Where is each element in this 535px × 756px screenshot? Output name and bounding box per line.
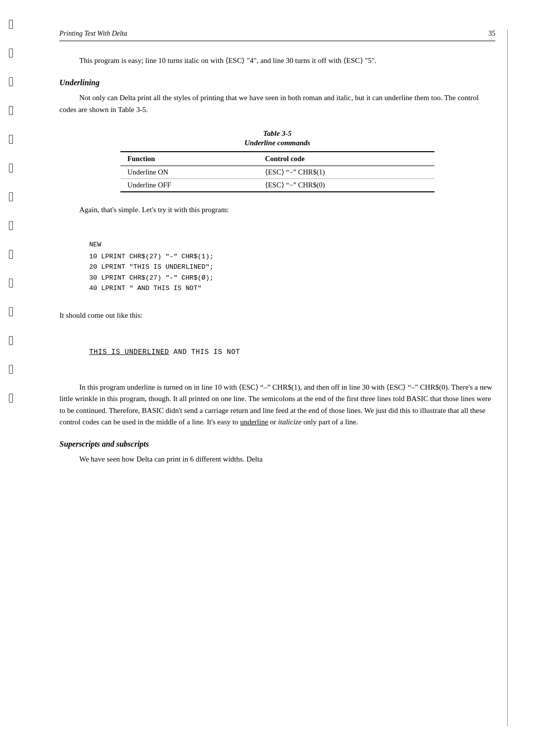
binding-mark: [9, 164, 13, 173]
binding-mark: [9, 307, 13, 316]
underline-demo: THIS IS UNDERLINED AND THIS IS NOT: [89, 348, 495, 356]
underline-commands-table: Function Control code Underline ON ⟨ESC⟩…: [120, 151, 434, 192]
binding-mark: [9, 250, 13, 259]
code-block: NEW 10 LPRINT CHR$(27) "-" CHR$(1); 20 L…: [89, 239, 495, 294]
table-title: Table 3-5: [59, 129, 495, 138]
header-page-number: 35: [488, 30, 495, 38]
spacer: [59, 368, 495, 375]
spacer: [59, 375, 495, 382]
table-subtitle: Underline commands: [59, 139, 495, 147]
intro-paragraph: This program is easy; line 10 turns ital…: [59, 55, 495, 66]
table-row: Underline OFF ⟨ESC⟩ “−” CHR$(0): [120, 178, 434, 192]
code-line-3: 30 LPRINT CHR$(27) "-" CHR$(Ø);: [89, 274, 214, 282]
underlining-heading: Underlining: [59, 78, 495, 87]
binding-mark: [9, 279, 13, 288]
after-table-text: Again, that's simple. Let's try it with …: [59, 204, 495, 216]
spacer: [59, 224, 495, 231]
underlining-paragraph: Not only can Delta print all the styles …: [59, 92, 495, 116]
code-line-2: 20 LPRINT "THIS IS UNDERLINED";: [89, 263, 214, 271]
header-title: Printing Text With Delta: [59, 30, 127, 38]
superscripts-heading: Superscripts and subscripts: [59, 440, 495, 449]
table-container: Table 3-5 Underline commands Function Co…: [59, 129, 495, 192]
binding-marks: [9, 0, 13, 756]
binding-mark: [9, 192, 13, 201]
underlined-text: THIS IS UNDERLINED: [89, 348, 169, 356]
binding-mark: [9, 49, 13, 58]
control-code-on: ⟨ESC⟩ “−” CHR$(1): [258, 166, 434, 178]
col-control-code: Control code: [258, 152, 434, 166]
superscripts-paragraph: We have seen how Delta can print in 6 di…: [59, 454, 495, 465]
page-header: Printing Text With Delta 35: [59, 30, 495, 41]
underline-example: underline: [240, 418, 268, 426]
col-function: Function: [120, 152, 258, 166]
binding-mark: [9, 221, 13, 230]
binding-mark: [9, 20, 13, 29]
binding-mark: [9, 336, 13, 345]
function-on: Underline ON: [120, 166, 258, 178]
normal-text: AND THIS IS NOT: [169, 348, 240, 356]
right-margin-line: [507, 30, 508, 726]
binding-mark: [9, 394, 13, 403]
table-header-row: Function Control code: [120, 152, 434, 166]
binding-mark: [9, 365, 13, 374]
code-line-4: 40 LPRINT " AND THIS IS NOT": [89, 285, 202, 292]
code-line-1: 10 LPRINT CHR$(27) "-" CHR$(1);: [89, 253, 214, 260]
control-code-off: ⟨ESC⟩ “−” CHR$(0): [258, 178, 434, 192]
binding-mark: [9, 77, 13, 86]
spacer: [59, 329, 495, 336]
function-off: Underline OFF: [120, 178, 258, 192]
output-intro: It should come out like this:: [59, 310, 495, 321]
spacer: [59, 303, 495, 310]
explanation-paragraph: In this program underline is turned on i…: [59, 382, 495, 428]
code-new-keyword: NEW: [89, 239, 495, 250]
binding-mark: [9, 106, 13, 115]
binding-mark: [9, 135, 13, 144]
italicize-example: italicize: [278, 418, 302, 426]
page: Printing Text With Delta 35 This program…: [0, 0, 535, 756]
table-row: Underline ON ⟨ESC⟩ “−” CHR$(1): [120, 166, 434, 178]
